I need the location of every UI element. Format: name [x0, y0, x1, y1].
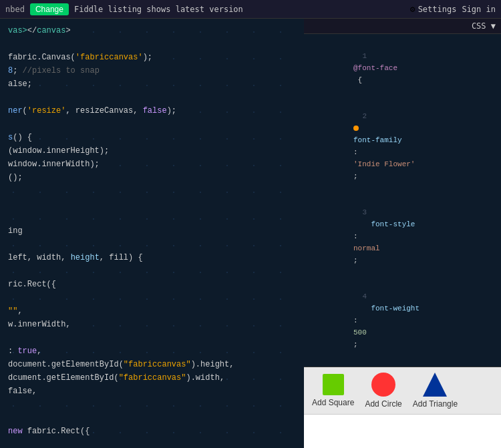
- code-line: ner('resize', resizeCanvas, false);: [8, 104, 296, 118]
- css-line: 2 font-family : 'Indie Flower' ;: [309, 98, 496, 194]
- topbar: nbed Change Fiddle listing shows latest …: [0, 0, 501, 19]
- code-line: new fabric.Rect({: [8, 425, 296, 438]
- code-line: [8, 398, 296, 411]
- code-line: w.innerWidth,: [8, 318, 296, 331]
- css-property: font-weight: [353, 304, 420, 312]
- css-panel: CSS ▼ 1 @font-face { 2 font-family : 'In…: [304, 19, 501, 367]
- signin-link[interactable]: Sign in: [462, 5, 496, 14]
- code-line: [8, 211, 296, 224]
- css-value: 'Indie Flower': [353, 160, 415, 168]
- css-tab-bar: CSS ▼: [304, 19, 501, 34]
- settings-area: ⚙ Settings: [410, 4, 457, 14]
- css-tab[interactable]: CSS ▼: [472, 21, 496, 31]
- code-line: [8, 238, 296, 251]
- css-at-keyword: @font-face: [353, 64, 397, 72]
- code-line: [8, 264, 296, 278]
- fiddle-notice: Fiddle listing shows latest version: [74, 5, 405, 14]
- css-line: 4 font-weight : 500 ;: [309, 278, 496, 363]
- code-line: [8, 37, 296, 51]
- code-line: (window.innerHeight);: [8, 144, 296, 158]
- add-circle-button[interactable]: Add Circle: [365, 373, 401, 409]
- code-line: alse;: [8, 77, 296, 91]
- code-line: false,: [8, 385, 296, 398]
- add-triangle-label: Add Triangle: [413, 399, 458, 409]
- code-line: [8, 291, 296, 304]
- change-button[interactable]: Change: [30, 3, 69, 15]
- code-line: ();: [8, 171, 296, 184]
- preview-panel: Add Square Add Circle Add Triangle ⭢: [304, 367, 501, 448]
- settings-link[interactable]: Settings: [418, 5, 457, 14]
- code-content: vas></canvas> fabric.Canvas('fabriccanva…: [0, 19, 304, 443]
- code-line: "",: [8, 304, 296, 318]
- add-square-button[interactable]: Add Square: [312, 374, 354, 407]
- preview-toolbar: Add Square Add Circle Add Triangle: [304, 367, 501, 415]
- code-panel: vas></canvas> fabric.Canvas('fabriccanva…: [0, 19, 304, 448]
- code-line: [8, 184, 296, 198]
- add-triangle-button[interactable]: Add Triangle: [413, 373, 458, 409]
- right-panel: CSS ▼ 1 @font-face { 2 font-family : 'In…: [304, 19, 501, 448]
- code-line: vas></canvas>: [8, 24, 296, 37]
- code-line: [8, 331, 296, 345]
- code-line: left, width, height, fill) {: [8, 251, 296, 264]
- code-line: s() {: [8, 131, 296, 144]
- code-line: ric.Rect({: [8, 278, 296, 291]
- code-line: [8, 411, 296, 425]
- add-square-label: Add Square: [312, 398, 354, 407]
- line-num: 3: [353, 206, 367, 218]
- code-line: dcument.getElementById("fabriccanvas").w…: [8, 371, 296, 385]
- line-num: 2: [353, 110, 367, 122]
- css-code: 1 @font-face { 2 font-family : 'Indie Fl…: [304, 34, 501, 367]
- css-number: 500: [353, 328, 367, 337]
- square-icon: [323, 374, 344, 395]
- code-line: document.getElementById("fabriccanvas").…: [8, 358, 296, 371]
- css-value: normal: [353, 244, 380, 252]
- line-num: 4: [353, 290, 367, 302]
- preview-content[interactable]: ⭢: [304, 415, 501, 448]
- css-property: font-family: [353, 136, 402, 144]
- code-line: 8; //pixels to snap: [8, 64, 296, 77]
- circle-icon: [371, 373, 395, 397]
- css-line: 3 font-style : normal ;: [309, 194, 496, 278]
- code-line: [8, 198, 296, 211]
- code-line: window.innerWidth);: [8, 158, 296, 171]
- css-property: font-style: [353, 220, 415, 228]
- code-line: ing: [8, 224, 296, 238]
- main-layout: vas></canvas> fabric.Canvas('fabriccanva…: [0, 19, 501, 448]
- line-num: 1: [353, 50, 367, 62]
- css-line: 1 @font-face {: [309, 38, 496, 98]
- code-line: [8, 91, 296, 104]
- code-line: fabric.Canvas('fabriccanvas');: [8, 51, 296, 64]
- active-dot: [353, 126, 359, 131]
- code-line: : true,: [8, 345, 296, 358]
- settings-icon: ⚙: [410, 4, 415, 14]
- add-circle-label: Add Circle: [365, 399, 401, 409]
- triangle-icon: [423, 373, 447, 397]
- embed-label: nbed: [5, 5, 25, 14]
- code-line: [8, 118, 296, 131]
